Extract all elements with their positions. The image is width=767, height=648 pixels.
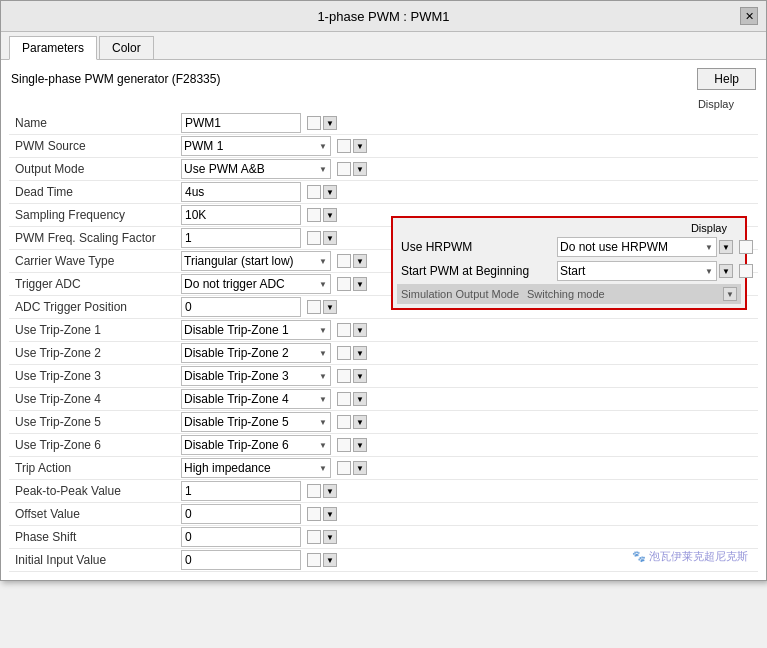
arrow-tz3[interactable]: ▼ [353,369,367,383]
param-value-tz5: Disable Trip-Zone 5 ▼ [181,412,756,432]
param-value-peak: ▼ [181,481,756,501]
arrow-name[interactable]: ▼ [323,116,337,130]
check-initial-input[interactable] [307,553,321,567]
param-row-offset: Offset Value ▼ [9,503,758,526]
check-tz2[interactable] [337,346,351,360]
select-carrier-wave[interactable]: Triangular (start low) [181,251,331,271]
arrow-adc-trigger-pos[interactable]: ▼ [323,300,337,314]
right-arrow-hrpwm[interactable]: ▼ [719,240,733,254]
check-tz3[interactable] [337,369,351,383]
param-value-tz1: Disable Trip-Zone 1 ▼ [181,320,756,340]
check-tz4[interactable] [337,392,351,406]
tab-parameters[interactable]: Parameters [9,36,97,60]
dropdown-wrap-trigger-adc: Do not trigger ADC [181,274,331,294]
param-row-tz1: Use Trip-Zone 1 Disable Trip-Zone 1 ▼ [9,319,758,342]
arrow-tz4[interactable]: ▼ [353,392,367,406]
input-sampling-freq[interactable] [181,205,301,225]
help-button[interactable]: Help [697,68,756,90]
input-scaling[interactable] [181,228,301,248]
watermark-text: 泡瓦伊莱克超尼克斯 [649,550,748,562]
select-output-mode[interactable]: Use PWM A&B [181,159,331,179]
arrow-pwm-source[interactable]: ▼ [353,139,367,153]
check-output-mode[interactable] [337,162,351,176]
check-dead-time[interactable] [307,185,321,199]
select-tz2[interactable]: Disable Trip-Zone 2 [181,343,331,363]
param-value-pwm-source: PWM 1 ▼ [181,136,756,156]
content-area: Single-phase PWM generator (F28335) Help… [1,60,766,580]
left-panel: Display Name ▼ PWM Source [9,98,758,572]
check-scaling[interactable] [307,231,321,245]
arrow-phase-shift[interactable]: ▼ [323,530,337,544]
arrow-tz2[interactable]: ▼ [353,346,367,360]
input-offset[interactable] [181,504,301,524]
dropdown-wrap-tz1: Disable Trip-Zone 1 [181,320,331,340]
sim-output-mode-arrow[interactable]: ▼ [723,287,737,301]
check-peak[interactable] [307,484,321,498]
right-arrow-start-pwm[interactable]: ▼ [719,264,733,278]
param-value-tz6: Disable Trip-Zone 6 ▼ [181,435,756,455]
dropdown-wrap-pwm-source: PWM 1 [181,136,331,156]
arrow-tz6[interactable]: ▼ [353,438,367,452]
select-trip-action[interactable]: High impedance [181,458,331,478]
check-name[interactable] [307,116,321,130]
arrow-initial-input[interactable]: ▼ [323,553,337,567]
main-window: 1-phase PWM : PWM1 ✕ Parameters Color Si… [0,0,767,581]
right-dropdown-wrap-hrpwm: Do not use HRPWM [557,237,717,257]
tab-color[interactable]: Color [99,36,154,59]
right-check-hrpwm[interactable] [739,240,753,254]
check-carrier-wave[interactable] [337,254,351,268]
main-wrapper: Display Name ▼ PWM Source [9,98,758,572]
check-sampling-freq[interactable] [307,208,321,222]
check-trigger-adc[interactable] [337,277,351,291]
arrow-output-mode[interactable]: ▼ [353,162,367,176]
arrow-peak[interactable]: ▼ [323,484,337,498]
sim-output-mode-value: Switching mode [527,288,605,300]
check-trip-action[interactable] [337,461,351,475]
param-label-carrier-wave: Carrier Wave Type [11,254,181,268]
check-offset[interactable] [307,507,321,521]
select-tz4[interactable]: Disable Trip-Zone 4 [181,389,331,409]
check-tz1[interactable] [337,323,351,337]
check-tz6[interactable] [337,438,351,452]
dropdown-wrap-carrier-wave: Triangular (start low) [181,251,331,271]
check-adc-trigger-pos[interactable] [307,300,321,314]
right-select-start-pwm[interactable]: Start [557,261,717,281]
input-dead-time[interactable] [181,182,301,202]
right-check-start-pwm[interactable] [739,264,753,278]
close-button[interactable]: ✕ [740,7,758,25]
arrow-dead-time[interactable]: ▼ [323,185,337,199]
check-tz5[interactable] [337,415,351,429]
dropdown-wrap-output-mode: Use PWM A&B [181,159,331,179]
input-adc-trigger-pos[interactable] [181,297,301,317]
param-row-tz6: Use Trip-Zone 6 Disable Trip-Zone 6 ▼ [9,434,758,457]
select-pwm-source[interactable]: PWM 1 [181,136,331,156]
arrow-tz5[interactable]: ▼ [353,415,367,429]
select-tz1[interactable]: Disable Trip-Zone 1 [181,320,331,340]
input-initial-input[interactable] [181,550,301,570]
dropdown-wrap-tz5: Disable Trip-Zone 5 [181,412,331,432]
select-tz6[interactable]: Disable Trip-Zone 6 [181,435,331,455]
input-phase-shift[interactable] [181,527,301,547]
description-text: Single-phase PWM generator (F28335) [11,72,220,86]
arrow-carrier-wave[interactable]: ▼ [353,254,367,268]
input-name[interactable] [181,113,301,133]
param-value-tz3: Disable Trip-Zone 3 ▼ [181,366,756,386]
param-label-name: Name [11,116,181,130]
arrow-trigger-adc[interactable]: ▼ [353,277,367,291]
param-value-name: ▼ [181,113,756,133]
arrow-scaling[interactable]: ▼ [323,231,337,245]
input-peak[interactable] [181,481,301,501]
select-tz5[interactable]: Disable Trip-Zone 5 [181,412,331,432]
select-tz3[interactable]: Disable Trip-Zone 3 [181,366,331,386]
arrow-tz1[interactable]: ▼ [353,323,367,337]
param-row-output-mode: Output Mode Use PWM A&B ▼ [9,158,758,181]
arrow-offset[interactable]: ▼ [323,507,337,521]
check-phase-shift[interactable] [307,530,321,544]
param-value-tz4: Disable Trip-Zone 4 ▼ [181,389,756,409]
check-pwm-source[interactable] [337,139,351,153]
right-select-hrpwm[interactable]: Do not use HRPWM [557,237,717,257]
arrow-trip-action[interactable]: ▼ [353,461,367,475]
select-trigger-adc[interactable]: Do not trigger ADC [181,274,331,294]
dropdown-wrap-tz6: Disable Trip-Zone 6 [181,435,331,455]
arrow-sampling-freq[interactable]: ▼ [323,208,337,222]
